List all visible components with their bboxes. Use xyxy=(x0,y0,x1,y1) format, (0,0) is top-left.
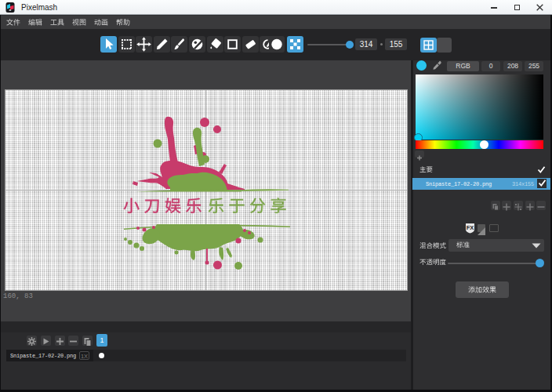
svg-text:FX: FX xyxy=(467,224,474,231)
